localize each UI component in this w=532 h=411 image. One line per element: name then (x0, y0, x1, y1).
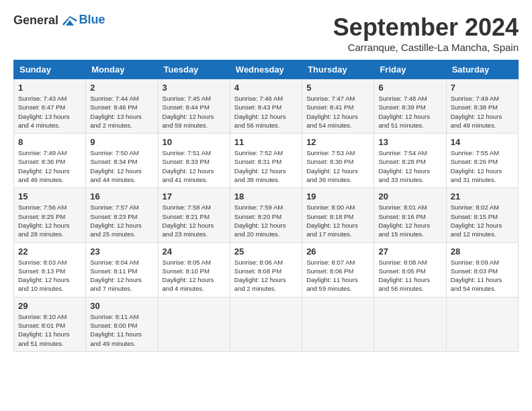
day-number: 17 (163, 191, 226, 201)
table-row: 10 Sunrise: 7:51 AMSunset: 8:33 PMDaylig… (158, 134, 230, 188)
calendar-week-3: 15 Sunrise: 7:56 AMSunset: 8:25 PMDaylig… (14, 188, 519, 242)
day-info: Sunrise: 8:11 AMSunset: 8:00 PMDaylight:… (90, 313, 142, 347)
table-row: 1 Sunrise: 7:43 AMSunset: 8:47 PMDayligh… (14, 79, 86, 134)
table-row: 15 Sunrise: 7:56 AMSunset: 8:25 PMDaylig… (14, 188, 86, 242)
day-info: Sunrise: 7:43 AMSunset: 8:47 PMDaylight:… (18, 95, 70, 129)
day-number: 5 (306, 83, 369, 93)
day-number: 24 (163, 246, 226, 257)
day-number: 12 (306, 137, 369, 147)
day-info: Sunrise: 7:53 AMSunset: 8:30 PMDaylight:… (306, 149, 358, 183)
day-info: Sunrise: 8:05 AMSunset: 8:10 PMDaylight:… (163, 259, 214, 293)
table-row: 28 Sunrise: 8:09 AMSunset: 8:03 PMDaylig… (446, 242, 518, 297)
table-row: 29 Sunrise: 8:10 AMSunset: 8:01 PMDaylig… (14, 297, 86, 351)
day-number: 21 (451, 191, 514, 201)
location-subtitle: Carranque, Castille-La Mancha, Spain (333, 42, 519, 53)
day-number: 18 (234, 191, 298, 201)
day-number: 13 (378, 137, 441, 147)
table-row: 30 Sunrise: 8:11 AMSunset: 8:00 PMDaylig… (86, 297, 158, 351)
logo-general-text: General (13, 13, 78, 28)
day-info: Sunrise: 8:08 AMSunset: 8:05 PMDaylight:… (378, 259, 430, 293)
table-row (446, 297, 518, 351)
day-number: 27 (378, 246, 441, 257)
day-info: Sunrise: 8:00 AMSunset: 8:18 PMDaylight:… (306, 203, 358, 238)
day-info: Sunrise: 8:03 AMSunset: 8:13 PMDaylight:… (18, 259, 70, 293)
table-row: 3 Sunrise: 7:45 AMSunset: 8:44 PMDayligh… (158, 79, 230, 134)
day-number: 23 (90, 246, 153, 257)
day-number: 7 (451, 83, 514, 93)
table-row: 11 Sunrise: 7:52 AMSunset: 8:31 PMDaylig… (230, 134, 302, 188)
day-number: 28 (451, 246, 514, 257)
day-info: Sunrise: 8:01 AMSunset: 8:16 PMDaylight:… (378, 203, 430, 238)
day-number: 14 (451, 137, 514, 147)
day-info: Sunrise: 7:57 AMSunset: 8:23 PMDaylight:… (90, 203, 142, 238)
day-info: Sunrise: 8:02 AMSunset: 8:15 PMDaylight:… (451, 203, 502, 238)
table-row: 27 Sunrise: 8:08 AMSunset: 8:05 PMDaylig… (374, 242, 446, 297)
day-info: Sunrise: 8:06 AMSunset: 8:08 PMDaylight:… (234, 259, 286, 293)
calendar-week-4: 22 Sunrise: 8:03 AMSunset: 8:13 PMDaylig… (14, 242, 519, 297)
logo: General Blue (13, 13, 105, 28)
day-number: 10 (163, 137, 226, 147)
page-header: General Blue September 2024 Carranque, C… (13, 13, 519, 53)
day-number: 15 (18, 191, 81, 201)
day-info: Sunrise: 8:09 AMSunset: 8:03 PMDaylight:… (451, 259, 502, 293)
day-info: Sunrise: 7:56 AMSunset: 8:25 PMDaylight:… (18, 203, 70, 238)
table-row: 20 Sunrise: 8:01 AMSunset: 8:16 PMDaylig… (374, 188, 446, 242)
table-row: 6 Sunrise: 7:48 AMSunset: 8:39 PMDayligh… (374, 79, 446, 134)
day-number: 9 (90, 137, 153, 147)
day-info: Sunrise: 7:47 AMSunset: 8:41 PMDaylight:… (306, 95, 358, 129)
day-number: 16 (90, 191, 153, 201)
table-row: 17 Sunrise: 7:58 AMSunset: 8:21 PMDaylig… (158, 188, 230, 242)
day-number: 4 (234, 83, 298, 93)
table-row: 18 Sunrise: 7:59 AMSunset: 8:20 PMDaylig… (230, 188, 302, 242)
day-info: Sunrise: 7:46 AMSunset: 8:43 PMDaylight:… (234, 95, 286, 129)
day-info: Sunrise: 7:49 AMSunset: 8:36 PMDaylight:… (18, 149, 70, 183)
table-row: 24 Sunrise: 8:05 AMSunset: 8:10 PMDaylig… (158, 242, 230, 297)
col-thursday: Thursday (302, 60, 374, 79)
col-sunday: Sunday (14, 60, 86, 79)
title-area: September 2024 Carranque, Castille-La Ma… (333, 13, 519, 53)
table-row: 8 Sunrise: 7:49 AMSunset: 8:36 PMDayligh… (14, 134, 86, 188)
logo-general-label: General (13, 13, 58, 27)
day-info: Sunrise: 8:07 AMSunset: 8:06 PMDaylight:… (306, 259, 358, 293)
day-info: Sunrise: 7:44 AMSunset: 8:46 PMDaylight:… (90, 95, 142, 129)
calendar-week-1: 1 Sunrise: 7:43 AMSunset: 8:47 PMDayligh… (14, 79, 519, 134)
logo-blue-text: Blue (79, 13, 105, 27)
table-row: 23 Sunrise: 8:04 AMSunset: 8:11 PMDaylig… (86, 242, 158, 297)
table-row: 16 Sunrise: 7:57 AMSunset: 8:23 PMDaylig… (86, 188, 158, 242)
col-monday: Monday (86, 60, 158, 79)
day-info: Sunrise: 7:51 AMSunset: 8:33 PMDaylight:… (163, 149, 214, 183)
day-info: Sunrise: 7:58 AMSunset: 8:21 PMDaylight:… (163, 203, 214, 238)
day-number: 11 (234, 137, 298, 147)
day-info: Sunrise: 7:49 AMSunset: 8:38 PMDaylight:… (451, 95, 502, 129)
day-number: 19 (306, 191, 369, 201)
day-number: 2 (90, 83, 153, 93)
table-row: 22 Sunrise: 8:03 AMSunset: 8:13 PMDaylig… (14, 242, 86, 297)
day-info: Sunrise: 7:48 AMSunset: 8:39 PMDaylight:… (378, 95, 430, 129)
table-row (158, 297, 230, 351)
day-number: 29 (18, 301, 81, 311)
table-row: 21 Sunrise: 8:02 AMSunset: 8:15 PMDaylig… (446, 188, 518, 242)
day-number: 8 (18, 137, 81, 147)
day-number: 3 (163, 83, 226, 93)
table-row: 7 Sunrise: 7:49 AMSunset: 8:38 PMDayligh… (446, 79, 518, 134)
col-wednesday: Wednesday (230, 60, 302, 79)
table-row: 4 Sunrise: 7:46 AMSunset: 8:43 PMDayligh… (230, 79, 302, 134)
calendar-week-2: 8 Sunrise: 7:49 AMSunset: 8:36 PMDayligh… (14, 134, 519, 188)
month-year-title: September 2024 (333, 13, 519, 42)
calendar-table: Sunday Monday Tuesday Wednesday Thursday… (13, 60, 519, 352)
table-row: 13 Sunrise: 7:54 AMSunset: 8:28 PMDaylig… (374, 134, 446, 188)
day-info: Sunrise: 8:04 AMSunset: 8:11 PMDaylight:… (90, 259, 142, 293)
table-row: 9 Sunrise: 7:50 AMSunset: 8:34 PMDayligh… (86, 134, 158, 188)
table-row: 19 Sunrise: 8:00 AMSunset: 8:18 PMDaylig… (302, 188, 374, 242)
table-row (302, 297, 374, 351)
day-number: 22 (18, 246, 81, 257)
day-number: 26 (306, 246, 369, 257)
col-tuesday: Tuesday (158, 60, 230, 79)
day-info: Sunrise: 7:52 AMSunset: 8:31 PMDaylight:… (234, 149, 286, 183)
day-info: Sunrise: 7:55 AMSunset: 8:26 PMDaylight:… (451, 149, 502, 183)
logo-icon (62, 16, 77, 27)
day-number: 25 (234, 246, 298, 257)
table-row (374, 297, 446, 351)
table-row: 12 Sunrise: 7:53 AMSunset: 8:30 PMDaylig… (302, 134, 374, 188)
table-row: 14 Sunrise: 7:55 AMSunset: 8:26 PMDaylig… (446, 134, 518, 188)
